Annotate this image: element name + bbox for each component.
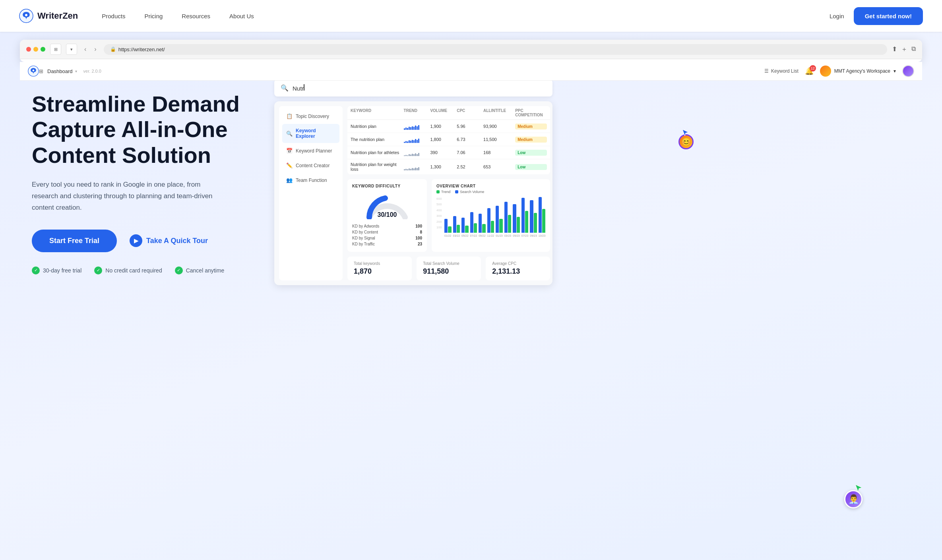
- nav-pricing[interactable]: Pricing: [144, 13, 163, 19]
- bar-group-5: [487, 208, 494, 233]
- play-icon: ▶: [130, 234, 142, 247]
- search-icon: 🔍: [281, 84, 289, 92]
- app-logo-small: [28, 66, 39, 77]
- keyword-table: KEYWORD TREND VOLUME CPC ALLINTITLE PPC …: [347, 106, 550, 174]
- difficulty-badge-0: Medium: [515, 124, 547, 129]
- start-free-trial-button[interactable]: Start Free Trial: [32, 230, 117, 252]
- overview-title: OVERVIEW CHART: [436, 184, 545, 188]
- content-creator-icon: ✏️: [286, 162, 293, 168]
- search-bar[interactable]: 🔍 Nutr: [274, 79, 552, 97]
- kd-item-0: KD by Adwords 100: [352, 223, 422, 229]
- stat-label-cpc: Average CPC: [492, 261, 544, 266]
- hero-badge-credit: ✓ No credit card required: [94, 266, 162, 274]
- sidebar-item-content-creator[interactable]: ✏️ Content Creator: [282, 158, 339, 172]
- user-avatar[interactable]: [902, 65, 914, 77]
- table-row[interactable]: Nutrition plan: [347, 120, 550, 133]
- nav-about[interactable]: About Us: [229, 13, 254, 19]
- browser-share-btn[interactable]: ⬆: [892, 45, 897, 54]
- browser-new-tab-btn[interactable]: ＋: [901, 45, 907, 54]
- app-bar: ⊞ Dashboard ▾ ver. 2.0.0 ☰ Keyword List …: [20, 62, 922, 81]
- legend-volume: Search Volume: [455, 190, 484, 194]
- stat-value-cpc: 2,131.13: [492, 267, 544, 276]
- kd-title: KEYWORD DIFFICULTY: [352, 184, 422, 188]
- kd-item-2: KD by Signal 100: [352, 235, 422, 241]
- bar-chart: [444, 197, 545, 233]
- chart-labels: 01/22 03/22 05/22 07/22 09/22 11/22 01/2…: [444, 234, 545, 237]
- bar-group-10: [530, 200, 537, 233]
- hero-badge-trial: ✓ 30-day free trial: [32, 266, 81, 274]
- dashboard-panel: 🔍 Nutr 📋 Topic Discovery 🔍 Keyword Explo…: [274, 48, 552, 285]
- workspace-selector[interactable]: MMT Agency's Workspace ▾: [820, 66, 896, 77]
- stats-row: Total keywords 1,870 Total Search Volume…: [347, 257, 550, 280]
- dashboard-grid: 📋 Topic Discovery 🔍 Keyword Explorer 📅 K…: [274, 101, 552, 285]
- chart-wrapper: 600 500 400 300 200 100: [436, 197, 545, 237]
- gauge-container: 30/100: [363, 191, 411, 219]
- hero-section: ⊞ ▾ ‹ › 🔒 https://writerzen.net/ ⬆ ＋ ⧉: [0, 32, 942, 560]
- cursor-arrow-1: [682, 129, 688, 137]
- kd-item-3: KD by Traffic 23: [352, 241, 422, 247]
- bar-group-6: [496, 206, 503, 233]
- hero-buttons: Start Free Trial ▶ Take A Quick Tour: [32, 230, 250, 252]
- cursor-arrow-2: [855, 484, 862, 492]
- stat-value-keywords: 1,870: [354, 267, 405, 276]
- check-icon-trial: ✓: [32, 266, 40, 274]
- difficulty-badge-2: Low: [515, 150, 547, 156]
- stat-total-keywords: Total keywords 1,870: [347, 257, 412, 280]
- nav-login[interactable]: Login: [830, 13, 844, 19]
- legend-dot-trend: [436, 190, 440, 193]
- dashboard-text: Dashboard: [47, 68, 73, 74]
- team-function-icon: 👥: [286, 177, 293, 183]
- browser-duplicate-btn[interactable]: ⧉: [911, 45, 916, 54]
- chart-legend: Trend Search Volume: [436, 190, 545, 194]
- sidebar-item-keyword-planner[interactable]: 📅 Keyword Planner: [282, 144, 339, 158]
- notification-badge: 12: [810, 65, 816, 71]
- stat-avg-cpc: Average CPC 2,131.13: [486, 257, 550, 280]
- bar-group-9: [521, 198, 529, 233]
- app-dashboard-label[interactable]: ⊞ Dashboard ▾ ver. 2.0.0: [39, 68, 101, 74]
- keyword-list-icon: ☰: [764, 68, 769, 74]
- browser-close-dot[interactable]: [26, 47, 31, 52]
- bar-group-11: [539, 197, 546, 233]
- hero-badge-cancel: ✓ Cancel anytime: [175, 266, 225, 274]
- sidebar-item-keyword-explorer[interactable]: 🔍 Keyword Explorer: [282, 124, 339, 143]
- cursor-avatar-2: 👨‍💼: [844, 490, 863, 508]
- text-cursor: [304, 84, 304, 91]
- cursor-face-2: 👨‍💼: [844, 490, 863, 508]
- nav-resources[interactable]: Resources: [182, 13, 210, 19]
- nav-products[interactable]: Products: [102, 13, 125, 19]
- app-version: ver. 2.0.0: [83, 69, 101, 73]
- stat-total-volume: Total Search Volume 911,580: [417, 257, 481, 280]
- take-quick-tour-button[interactable]: ▶ Take A Quick Tour: [130, 234, 208, 247]
- table-row[interactable]: The nutrition plan: [347, 133, 550, 146]
- hero-title: Streamline Demand Capture All-in-One Con…: [32, 91, 250, 168]
- bar-group-0: [444, 219, 452, 233]
- stat-label-volume: Total Search Volume: [423, 261, 475, 266]
- sidebar: 📋 Topic Discovery 🔍 Keyword Explorer 📅 K…: [279, 106, 343, 280]
- main-content: KEYWORD TREND VOLUME CPC ALLINTITLE PPC …: [347, 106, 550, 280]
- chart-y-labels: 600 500 400 300 200 100: [436, 197, 442, 229]
- sidebar-item-team-function[interactable]: 👥 Team Function: [282, 173, 339, 187]
- keyword-list-btn[interactable]: ☰ Keyword List: [764, 68, 799, 74]
- app-bar-right: ☰ Keyword List 🔔 12 MMT Agency's Workspa…: [764, 65, 914, 77]
- keyword-planner-icon: 📅: [286, 148, 293, 154]
- bottom-row: KEYWORD DIFFICULTY 30/100: [347, 179, 550, 252]
- trend-bars-0: [404, 123, 430, 130]
- stat-label-keywords: Total keywords: [354, 261, 405, 266]
- workspace-avatar: [820, 66, 831, 77]
- nav-cta-button[interactable]: Get started now!: [854, 7, 923, 25]
- notification-btn[interactable]: 🔔 12: [805, 67, 814, 75]
- workspace-chevron: ▾: [894, 68, 896, 74]
- overview-chart-panel: OVERVIEW CHART Trend Search Volume: [432, 179, 550, 252]
- bar-group-8: [513, 204, 520, 233]
- kd-item-1: KD by Content 8: [352, 229, 422, 235]
- legend-trend: Trend: [436, 190, 450, 194]
- logo[interactable]: WriterZen: [19, 9, 78, 23]
- difficulty-badge-3: Low: [515, 164, 547, 170]
- table-row[interactable]: Nutrition plan for athletes: [347, 146, 550, 159]
- cursor-avatar-1: 😊: [678, 134, 694, 149]
- sidebar-item-topic-discovery[interactable]: 📋 Topic Discovery: [282, 109, 339, 123]
- bar-group-1: [453, 216, 460, 233]
- bar-group-4: [479, 214, 486, 233]
- keyword-explorer-icon: 🔍: [286, 131, 293, 137]
- table-row[interactable]: Nutrition plan for weight loss: [347, 159, 550, 174]
